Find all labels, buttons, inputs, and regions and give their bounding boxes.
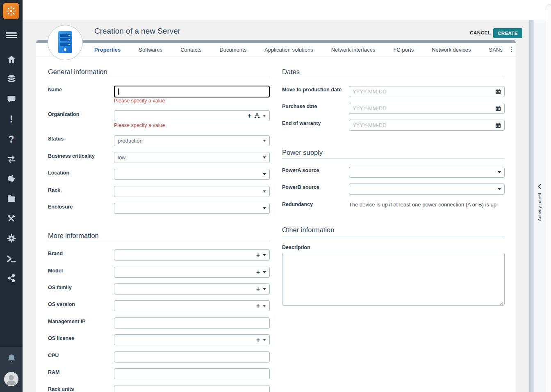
tab-bar-divider — [36, 57, 516, 57]
section-divider — [282, 159, 505, 159]
enclosure-select[interactable] — [114, 203, 270, 214]
management-ip-input[interactable] — [118, 320, 266, 326]
ram-input[interactable] — [118, 371, 266, 377]
sidebar-item-settings[interactable] — [0, 233, 23, 243]
purchase-date-field — [349, 103, 505, 114]
dropdown-caret-icon[interactable] — [263, 115, 266, 117]
itop-logo[interactable] — [3, 3, 19, 19]
powera-source-select[interactable] — [349, 167, 505, 178]
field-label-cpu: CPU — [48, 353, 112, 359]
cancel-button[interactable]: CANCEL — [470, 30, 491, 35]
dropdown-caret-icon[interactable] — [263, 156, 266, 159]
calendar-icon[interactable] — [495, 89, 501, 95]
notifications-button[interactable] — [0, 353, 23, 364]
end-of-warranty-field — [349, 120, 505, 131]
add-os-version-icon[interactable]: + — [256, 303, 260, 309]
field-label-powera: PowerA source — [282, 168, 347, 174]
os-family-select[interactable]: + — [114, 283, 270, 295]
tab-contacts[interactable]: Contacts — [180, 47, 201, 53]
field-label-organization: Organization — [48, 111, 112, 118]
field-label-move-to-production: Move to production date — [282, 87, 347, 93]
field-label-end-of-warranty: End of warranty — [282, 120, 347, 127]
dropdown-caret-icon[interactable] — [263, 190, 266, 193]
tab-fc-ports[interactable]: FC ports — [393, 47, 414, 53]
sidebar-item-data[interactable] — [0, 74, 23, 84]
os-license-select[interactable]: + — [114, 334, 270, 345]
location-select[interactable] — [114, 169, 270, 180]
rack-units-input[interactable] — [118, 387, 266, 392]
dropdown-caret-icon[interactable] — [263, 207, 266, 209]
brand-select[interactable]: + — [114, 249, 270, 261]
dropdown-caret-icon[interactable] — [263, 140, 266, 142]
dropdown-caret-icon[interactable] — [498, 171, 501, 173]
sidebar-item-tools[interactable] — [0, 213, 23, 223]
tab-network-interfaces[interactable]: Network interfaces — [331, 47, 376, 53]
hierarchy-icon[interactable] — [254, 113, 260, 118]
tabs-overflow-menu[interactable]: ⋮ — [508, 45, 515, 53]
vertical-scrollbar[interactable] — [529, 20, 533, 392]
sidebar-menu-toggle[interactable] — [0, 30, 23, 41]
calendar-icon[interactable] — [495, 122, 501, 128]
tab-bar: Properties Softwares Contacts Documents … — [94, 43, 507, 57]
sidebar-item-transfer[interactable] — [0, 154, 23, 164]
organization-select[interactable]: + — [114, 110, 270, 121]
purchase-date-input[interactable] — [353, 105, 492, 111]
tab-sans[interactable]: SANs — [489, 47, 503, 53]
tab-documents[interactable]: Documents — [219, 47, 246, 53]
powerb-source-select[interactable] — [349, 184, 505, 195]
move-to-production-date-field — [349, 86, 505, 97]
add-organization-icon[interactable]: + — [248, 113, 251, 119]
sidebar-item-console[interactable] — [0, 254, 23, 263]
field-label-description: Description — [282, 245, 347, 251]
activity-panel-label: Activity panel — [537, 193, 542, 221]
name-input-control[interactable] — [122, 88, 266, 95]
sidebar-item-home[interactable] — [0, 54, 23, 64]
dropdown-caret-icon[interactable] — [263, 339, 266, 341]
kebab-icon: ⋮ — [508, 45, 515, 52]
dropdown-caret-icon[interactable] — [263, 173, 266, 175]
sidebar-item-share[interactable] — [0, 273, 23, 283]
activity-panel-toggle[interactable]: Activity panel — [533, 184, 546, 221]
status-select[interactable]: production — [114, 135, 270, 146]
section-divider — [48, 242, 270, 242]
name-input[interactable] — [114, 86, 270, 97]
redundancy-description: The device is up if at least one power c… — [349, 202, 496, 208]
tab-softwares[interactable]: Softwares — [139, 47, 162, 53]
field-label-rack: Rack — [48, 187, 112, 193]
description-textarea[interactable] — [282, 253, 505, 306]
add-brand-icon[interactable]: + — [256, 252, 260, 258]
sidebar-item-alerts[interactable]: ! — [0, 113, 23, 125]
dropdown-caret-icon[interactable] — [263, 254, 266, 256]
resize-grip-icon[interactable] — [499, 301, 503, 305]
field-label-ram: RAM — [48, 369, 112, 376]
add-os-license-icon[interactable]: + — [256, 337, 260, 343]
tab-application-solutions[interactable]: Application solutions — [264, 47, 313, 53]
rack-select[interactable] — [114, 186, 270, 197]
name-error: Please specify a value — [114, 98, 165, 104]
move-to-production-date-input[interactable] — [353, 88, 492, 95]
dropdown-caret-icon[interactable] — [498, 188, 501, 190]
dropdown-caret-icon[interactable] — [263, 288, 266, 290]
sidebar-item-help[interactable]: ? — [0, 134, 23, 145]
dropdown-caret-icon[interactable] — [263, 271, 266, 273]
model-select[interactable]: + — [114, 267, 270, 278]
create-button[interactable]: CREATE — [493, 28, 522, 38]
cpu-input[interactable] — [118, 354, 266, 360]
field-label-rack-units: Rack units — [48, 386, 112, 392]
add-model-icon[interactable]: + — [256, 269, 260, 276]
user-avatar[interactable] — [4, 372, 18, 386]
end-of-warranty-input[interactable] — [353, 122, 492, 128]
dropdown-caret-icon[interactable] — [263, 305, 266, 307]
sidebar-item-documents[interactable] — [0, 194, 23, 204]
business-criticality-select[interactable]: low — [114, 152, 270, 163]
tab-properties[interactable]: Properties — [94, 47, 121, 53]
server-icon — [55, 30, 76, 55]
sidebar-item-chat[interactable] — [0, 94, 23, 104]
calendar-icon[interactable] — [495, 106, 501, 111]
field-label-brand: Brand — [48, 251, 112, 257]
add-os-family-icon[interactable]: + — [256, 286, 260, 292]
tab-network-devices[interactable]: Network devices — [432, 47, 471, 53]
section-title-dates: Dates — [282, 68, 300, 76]
os-version-select[interactable]: + — [114, 300, 270, 311]
sidebar-item-services[interactable] — [0, 174, 23, 184]
